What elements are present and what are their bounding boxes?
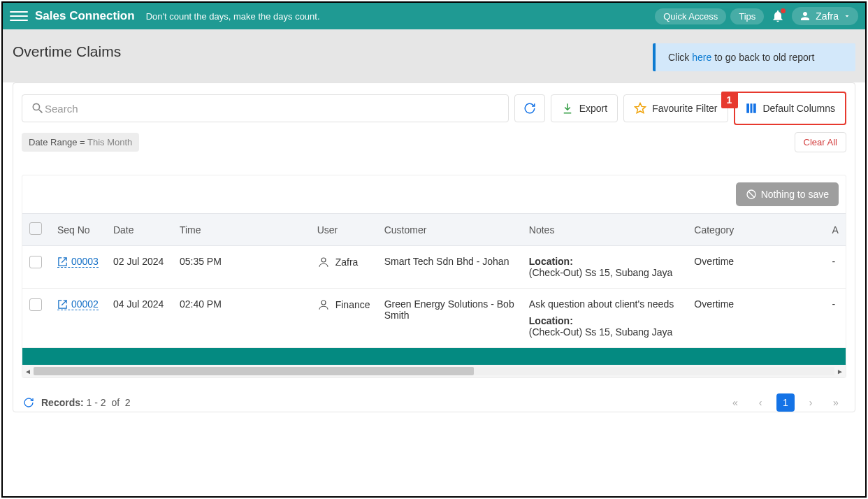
- ban-icon: [746, 189, 757, 200]
- cell-date: 02 Jul 2024: [106, 246, 173, 289]
- columns-icon: [745, 102, 758, 115]
- external-link-icon: [57, 256, 68, 267]
- notifications-bell-icon[interactable]: [771, 9, 785, 23]
- person-icon: [317, 298, 330, 311]
- col-seq-no[interactable]: Seq No: [50, 214, 106, 246]
- col-customer[interactable]: Customer: [377, 214, 522, 246]
- quick-access-button[interactable]: Quick Access: [655, 8, 726, 24]
- cell-category: Overtime: [687, 289, 825, 348]
- favourite-filter-button[interactable]: Favourite Filter: [623, 94, 728, 122]
- svg-point-1: [321, 258, 326, 262]
- hamburger-menu-icon[interactable]: [10, 7, 28, 25]
- search-input[interactable]: [45, 103, 500, 115]
- svg-point-2: [321, 301, 326, 305]
- star-icon: [634, 102, 646, 115]
- select-all-checkbox[interactable]: [29, 222, 42, 235]
- chevron-down-icon: [843, 12, 851, 20]
- page-title: Overtime Claims: [13, 43, 653, 60]
- page-next-button[interactable]: ›: [802, 393, 820, 412]
- refresh-small-icon[interactable]: [23, 397, 34, 408]
- top-bar: Sales Connection Don't count the days, m…: [3, 3, 865, 29]
- filter-row: Date Range = This Month Clear All: [13, 132, 855, 162]
- export-button[interactable]: Export: [551, 94, 618, 122]
- col-category[interactable]: Category: [687, 214, 825, 246]
- cell-time: 02:40 PM: [173, 289, 310, 348]
- date-range-chip[interactable]: Date Range = This Month: [22, 133, 139, 152]
- col-time[interactable]: Time: [173, 214, 310, 246]
- records-label: Records:: [41, 397, 84, 408]
- page-prev-button[interactable]: ‹: [751, 393, 769, 412]
- nothing-to-save-button: Nothing to save: [736, 182, 839, 206]
- table-row: 00003 02 Jul 2024 05:35 PM Zafra Smart T…: [22, 246, 846, 289]
- tagline: Don't count the days, make the days coun…: [146, 11, 320, 22]
- col-user[interactable]: User: [310, 214, 377, 246]
- clear-all-button[interactable]: Clear All: [795, 132, 846, 152]
- user-name: Zafra: [816, 10, 839, 22]
- seq-link[interactable]: 00002: [57, 298, 99, 310]
- summary-bar: [22, 348, 846, 365]
- cell-time: 05:35 PM: [173, 246, 310, 289]
- callout-number: 1: [721, 92, 738, 108]
- page-header: Overtime Claims Click here to go back to…: [3, 29, 865, 82]
- table-header-row: Seq No Date Time User Customer Notes Cat…: [22, 214, 846, 246]
- refresh-button[interactable]: [514, 94, 545, 122]
- download-icon: [561, 102, 574, 115]
- old-report-notice: Click here to go back to old report: [653, 43, 855, 71]
- cell-notes: Location: (Check-Out) Ss 15, Subang Jaya: [522, 246, 688, 289]
- page-number-current[interactable]: 1: [776, 393, 795, 412]
- cell-last: -: [825, 289, 846, 348]
- row-checkbox[interactable]: [29, 256, 42, 268]
- data-grid: Nothing to save Seq No Date Time User Cu…: [22, 175, 846, 378]
- seq-link[interactable]: 00003: [57, 256, 99, 268]
- col-last[interactable]: A: [825, 214, 846, 246]
- tips-button[interactable]: Tips: [730, 8, 764, 24]
- pagination: « ‹ 1 › »: [726, 393, 845, 412]
- scroll-left-icon[interactable]: ◄: [22, 368, 34, 375]
- user-menu[interactable]: Zafra: [792, 7, 858, 25]
- col-date[interactable]: Date: [106, 214, 173, 246]
- scrollbar-thumb[interactable]: [34, 367, 474, 375]
- cell-user: Finance: [317, 298, 370, 311]
- page-first-button[interactable]: «: [726, 393, 744, 412]
- page-last-button[interactable]: »: [827, 393, 845, 412]
- person-icon: [317, 256, 330, 268]
- row-checkbox[interactable]: [29, 298, 42, 311]
- cell-customer: Smart Tech Sdn Bhd - Johan: [377, 246, 522, 289]
- default-columns-button[interactable]: Default Columns: [734, 92, 847, 125]
- table-row: 00002 04 Jul 2024 02:40 PM Finance Green…: [22, 289, 846, 348]
- scroll-right-icon[interactable]: ►: [834, 368, 846, 375]
- toolbar: Export Favourite Filter 1 Default Column…: [13, 83, 855, 132]
- search-icon: [31, 101, 45, 115]
- col-notes[interactable]: Notes: [522, 214, 688, 246]
- footer: Records: 1 - 2 of 2 « ‹ 1 › »: [13, 384, 855, 412]
- content-card: Export Favourite Filter 1 Default Column…: [13, 82, 855, 412]
- app-brand: Sales Connection: [35, 9, 135, 23]
- search-field[interactable]: [22, 94, 509, 122]
- cell-date: 04 Jul 2024: [106, 289, 173, 348]
- cell-notes: Ask question about client's needs Locati…: [522, 289, 688, 348]
- cell-user: Zafra: [317, 256, 370, 268]
- old-report-link[interactable]: here: [692, 52, 711, 63]
- horizontal-scrollbar[interactable]: ◄ ►: [22, 365, 846, 377]
- claims-table: Seq No Date Time User Customer Notes Cat…: [22, 213, 846, 348]
- cell-last: -: [825, 246, 846, 289]
- external-link-icon: [57, 299, 68, 310]
- cell-category: Overtime: [687, 246, 825, 289]
- cell-customer: Green Energy Solutions - Bob Smith: [377, 289, 522, 348]
